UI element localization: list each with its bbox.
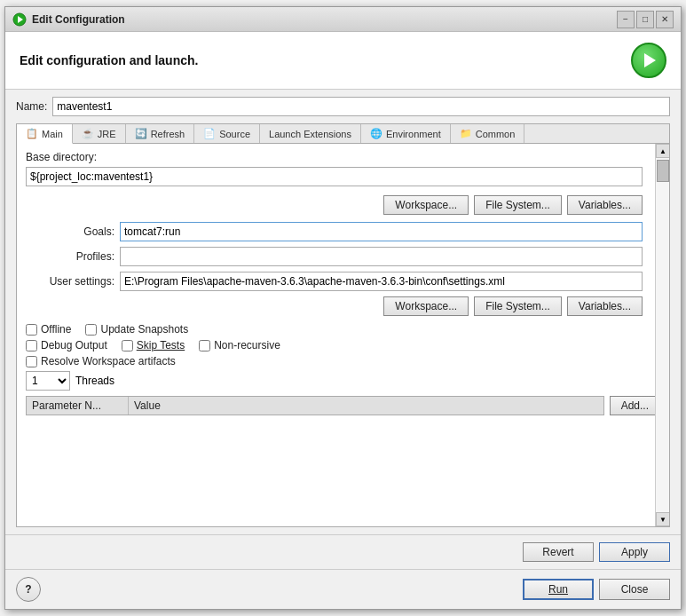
tab-environment-label: Environment (386, 129, 441, 139)
close-button[interactable]: ✕ (656, 11, 674, 28)
tab-main-label: Main (42, 129, 63, 139)
debug-output-label: Debug Output (41, 339, 107, 351)
header-title: Edit configuration and launch. (20, 53, 198, 67)
content-area: Name: 📋 Main ☕ JRE 🔄 Refresh 📄 (5, 90, 681, 534)
goals-row: Goals: (26, 222, 660, 241)
close-dialog-button[interactable]: Close (599, 579, 670, 600)
bottom-buttons-right: Run Close (523, 579, 670, 600)
parameter-table: Parameter N... Value (26, 396, 604, 415)
tab-source-label: Source (219, 129, 250, 139)
scroll-thumb[interactable] (657, 160, 669, 182)
base-workspace-button[interactable]: Workspace... (383, 195, 469, 215)
goals-label: Goals: (26, 225, 114, 238)
tab-common-label: Common (476, 129, 516, 139)
offline-checkbox[interactable] (26, 324, 37, 336)
non-recursive-checkbox[interactable] (199, 340, 210, 351)
name-label: Name: (16, 100, 47, 113)
parameter-table-section: Parameter N... Value Add... (26, 396, 660, 415)
checkbox-row-2: Debug Output Skip Tests Non-recursive (26, 339, 643, 351)
base-dir-buttons: Workspace... File System... Variables... (26, 195, 660, 215)
base-variables-button[interactable]: Variables... (567, 195, 643, 215)
settings-variables-button[interactable]: Variables... (567, 296, 643, 316)
param-value-column: Value (129, 397, 603, 415)
checkbox-row-1: Offline Update Snapshots (26, 323, 643, 336)
goals-input[interactable] (120, 222, 643, 241)
base-file-system-button[interactable]: File System... (474, 195, 562, 215)
update-snapshots-checkbox-label[interactable]: Update Snapshots (85, 323, 188, 336)
apply-button[interactable]: Apply (599, 542, 670, 562)
settings-buttons: Workspace... File System... Variables... (26, 296, 660, 316)
skip-tests-checkbox-label[interactable]: Skip Tests (122, 339, 185, 351)
tabs-container: 📋 Main ☕ JRE 🔄 Refresh 📄 Source Launch E… (16, 123, 670, 527)
tab-jre-label: JRE (98, 129, 116, 139)
tab-common[interactable]: 📁 Common (451, 124, 525, 143)
add-parameter-button[interactable]: Add... (610, 396, 660, 415)
settings-file-system-button[interactable]: File System... (474, 296, 562, 316)
update-snapshots-checkbox[interactable] (85, 324, 97, 336)
name-row: Name: (16, 97, 670, 116)
threads-select[interactable]: 1 2 4 (26, 371, 70, 391)
play-button[interactable] (631, 43, 666, 78)
threads-label: Threads (75, 375, 114, 387)
scrollbar[interactable]: ▲ ▼ (655, 144, 669, 526)
user-settings-row: User settings: (26, 272, 660, 291)
non-recursive-label: Non-recursive (214, 339, 280, 351)
resolve-workspace-checkbox-label[interactable]: Resolve Workspace artifacts (26, 355, 176, 367)
scroll-down-button[interactable]: ▼ (656, 512, 669, 526)
tab-refresh[interactable]: 🔄 Refresh (126, 124, 195, 143)
resolve-workspace-checkbox[interactable] (26, 356, 37, 367)
skip-tests-checkbox[interactable] (122, 340, 133, 351)
tab-refresh-icon: 🔄 (135, 128, 147, 139)
tab-main[interactable]: 📋 Main (17, 124, 73, 144)
minimize-button[interactable]: − (617, 11, 635, 28)
resolve-workspace-label: Resolve Workspace artifacts (41, 355, 176, 367)
action-row: Revert Apply (5, 534, 681, 569)
play-icon (644, 53, 656, 67)
base-directory-input[interactable] (26, 167, 643, 186)
profiles-input[interactable] (120, 247, 643, 266)
profiles-label: Profiles: (26, 250, 114, 263)
window-icon (12, 12, 27, 27)
tab-bar: 📋 Main ☕ JRE 🔄 Refresh 📄 Source Launch E… (17, 124, 669, 144)
run-label: Run (548, 583, 568, 596)
scroll-up-button[interactable]: ▲ (656, 144, 669, 158)
main-window: Edit Configuration − □ ✕ Edit configurat… (4, 6, 682, 610)
profiles-row: Profiles: (26, 247, 660, 266)
offline-checkbox-label[interactable]: Offline (26, 323, 71, 336)
skip-tests-label: Skip Tests (137, 339, 185, 351)
tab-environment[interactable]: 🌐 Environment (361, 124, 451, 143)
tab-launch-extensions[interactable]: Launch Extensions (260, 124, 361, 143)
param-table-header: Parameter N... Value (27, 397, 603, 415)
non-recursive-checkbox-label[interactable]: Non-recursive (199, 339, 280, 351)
tab-source-icon: 📄 (203, 128, 216, 139)
offline-label: Offline (41, 323, 71, 336)
threads-row: 1 2 4 Threads (26, 371, 643, 391)
tab-main-icon: 📋 (26, 128, 38, 139)
window-title: Edit Configuration (32, 13, 617, 26)
maximize-button[interactable]: □ (636, 11, 654, 28)
param-name-column: Parameter N... (27, 397, 129, 415)
tab-common-icon: 📁 (460, 128, 472, 139)
revert-button[interactable]: Revert (523, 542, 594, 562)
settings-workspace-button[interactable]: Workspace... (383, 296, 469, 316)
debug-output-checkbox-label[interactable]: Debug Output (26, 339, 107, 351)
title-bar: Edit Configuration − □ ✕ (5, 7, 681, 32)
user-settings-input[interactable] (120, 272, 643, 291)
tab-launch-extensions-label: Launch Extensions (269, 129, 351, 139)
tab-environment-icon: 🌐 (370, 128, 382, 139)
tab-source[interactable]: 📄 Source (194, 124, 260, 143)
run-button[interactable]: Run (523, 579, 594, 600)
tab-refresh-label: Refresh (151, 129, 185, 139)
user-settings-label: User settings: (26, 275, 114, 288)
tab-content-main: Base directory: Workspace... File System… (17, 144, 669, 526)
checkbox-row-3: Resolve Workspace artifacts (26, 355, 643, 367)
window-controls: − □ ✕ (617, 11, 674, 28)
checkboxes-section: Offline Update Snapshots Debug Output (26, 323, 660, 391)
name-input[interactable] (52, 97, 670, 116)
header-area: Edit configuration and launch. (5, 32, 681, 90)
update-snapshots-label: Update Snapshots (100, 323, 188, 336)
bottom-bar: ? Run Close (5, 569, 681, 609)
help-button[interactable]: ? (16, 577, 41, 602)
tab-jre[interactable]: ☕ JRE (73, 124, 126, 143)
debug-output-checkbox[interactable] (26, 340, 37, 351)
